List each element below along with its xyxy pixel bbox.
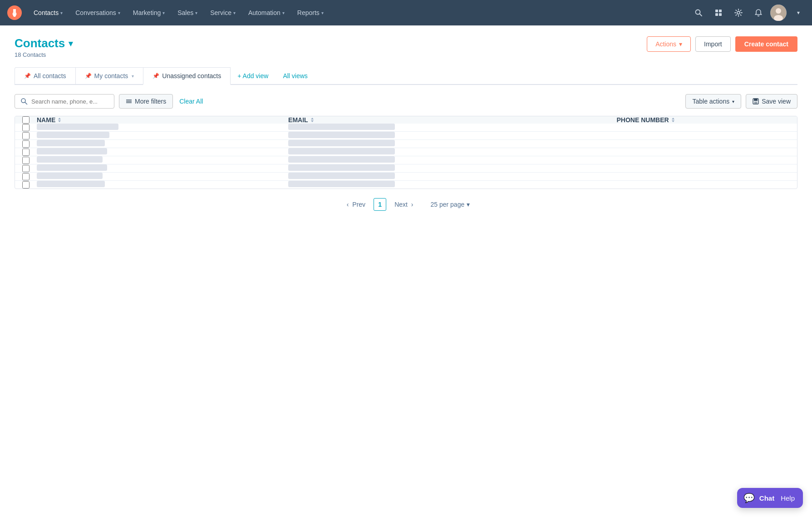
nav-service-chevron: ▾	[233, 10, 236, 15]
page-actions: Actions ▾ Import Create contact	[647, 36, 797, 52]
search-input[interactable]	[31, 98, 108, 105]
page-subtitle: 18 Contacts	[15, 51, 73, 58]
my-contacts-pin-icon: 📌	[85, 73, 92, 79]
table-row[interactable]	[15, 164, 797, 173]
svg-rect-5	[719, 10, 722, 12]
row-checkbox-cell[interactable]	[15, 164, 37, 173]
more-filters-button[interactable]: More filters	[119, 94, 173, 109]
svg-point-8	[737, 11, 740, 14]
prev-button[interactable]: ‹ Prev	[342, 199, 370, 210]
tab-my-contacts[interactable]: 📌 My contacts ▾	[75, 67, 144, 84]
title-dropdown-icon[interactable]: ▾	[69, 39, 73, 49]
table-actions-button[interactable]: Table actions ▾	[685, 94, 741, 109]
row-checkbox[interactable]	[22, 149, 30, 156]
top-navigation: Contacts ▾ Conversations ▾ Marketing ▾ S…	[0, 0, 812, 25]
per-page-selector[interactable]: 25 per page ▾	[430, 201, 470, 208]
row-checkbox-cell[interactable]	[15, 156, 37, 164]
logo[interactable]	[5, 4, 24, 22]
save-view-button[interactable]: Save view	[746, 94, 797, 109]
current-page[interactable]: 1	[374, 198, 386, 211]
table-row[interactable]	[15, 156, 797, 164]
email-skeleton	[288, 132, 395, 138]
row-checkbox-cell[interactable]	[15, 140, 37, 148]
nav-automation[interactable]: Automation ▾	[242, 0, 291, 25]
table-row[interactable]	[15, 132, 797, 140]
nav-marketing[interactable]: Marketing ▾	[127, 0, 171, 25]
next-button[interactable]: Next ›	[390, 199, 418, 210]
phone-sort-icon	[671, 117, 675, 123]
row-checkbox[interactable]	[22, 140, 30, 148]
nav-service[interactable]: Service ▾	[204, 0, 242, 25]
chat-widget[interactable]: 💬 Chat Help	[737, 488, 803, 508]
import-button[interactable]: Import	[695, 36, 731, 52]
email-skeleton	[288, 173, 395, 179]
search-magnifier-icon	[20, 98, 28, 105]
all-views-link[interactable]: All views	[276, 67, 315, 84]
actions-button[interactable]: Actions ▾	[647, 36, 691, 52]
name-sort-icon	[57, 117, 62, 123]
row-checkbox[interactable]	[22, 157, 30, 164]
clear-all-button[interactable]: Clear All	[177, 94, 205, 108]
th-select-all[interactable]	[15, 116, 37, 124]
filter-bar: More filters Clear All Table actions ▾ S…	[15, 94, 797, 109]
table-row[interactable]	[15, 148, 797, 156]
row-email	[288, 164, 616, 173]
row-checkbox-cell[interactable]	[15, 124, 37, 132]
settings-icon[interactable]	[730, 5, 747, 21]
tab-unassigned-contacts[interactable]: 📌 Unassigned contacts	[143, 67, 231, 85]
svg-rect-19	[754, 102, 758, 104]
row-name	[37, 164, 288, 173]
name-skeleton	[37, 140, 105, 146]
row-checkbox[interactable]	[22, 132, 30, 139]
email-skeleton	[288, 164, 395, 171]
select-all-checkbox[interactable]	[22, 116, 30, 124]
row-email	[288, 181, 616, 189]
email-skeleton	[288, 140, 395, 146]
table-row[interactable]	[15, 140, 797, 148]
row-checkbox[interactable]	[22, 165, 30, 172]
nav-sales[interactable]: Sales ▾	[171, 0, 204, 25]
marketplace-icon[interactable]	[710, 5, 727, 21]
table-row[interactable]	[15, 181, 797, 189]
row-name	[37, 156, 288, 164]
row-name	[37, 173, 288, 181]
row-email	[288, 124, 616, 132]
table-body	[15, 124, 797, 189]
row-phone	[617, 173, 797, 181]
page-content: Contacts ▾ 18 Contacts Actions ▾ Import …	[0, 25, 812, 517]
row-checkbox-cell[interactable]	[15, 148, 37, 156]
tab-all-contacts[interactable]: 📌 All contacts	[15, 67, 76, 84]
notifications-icon[interactable]	[750, 5, 767, 21]
name-skeleton	[37, 124, 118, 130]
account-dropdown-icon[interactable]: ▾	[790, 5, 807, 21]
th-name[interactable]: NAME	[37, 116, 288, 124]
nav-right-icons: ▾	[690, 5, 807, 21]
row-checkbox[interactable]	[22, 181, 30, 189]
nav-reports[interactable]: Reports ▾	[291, 0, 330, 25]
search-icon[interactable]	[690, 5, 707, 21]
nav-conversations[interactable]: Conversations ▾	[69, 0, 127, 25]
row-checkbox-cell[interactable]	[15, 132, 37, 140]
svg-line-13	[25, 102, 27, 104]
th-phone[interactable]: PHONE NUMBER	[617, 116, 797, 124]
nav-sales-chevron: ▾	[195, 10, 197, 15]
create-contact-button[interactable]: Create contact	[735, 36, 797, 52]
nav-contacts[interactable]: Contacts ▾	[27, 0, 69, 25]
row-checkbox[interactable]	[22, 124, 30, 131]
add-view-button[interactable]: + Add view	[230, 67, 276, 84]
avatar[interactable]	[770, 5, 787, 21]
actions-dropdown-icon: ▾	[679, 40, 682, 48]
table-row[interactable]	[15, 124, 797, 132]
row-checkbox-cell[interactable]	[15, 181, 37, 189]
row-checkbox-cell[interactable]	[15, 173, 37, 181]
row-phone	[617, 124, 797, 132]
search-box[interactable]	[15, 94, 114, 109]
row-checkbox[interactable]	[22, 173, 30, 180]
nav-conversations-chevron: ▾	[118, 10, 120, 15]
contacts-table-wrapper: NAME EMAIL	[15, 116, 797, 189]
table-row[interactable]	[15, 173, 797, 181]
th-email[interactable]: EMAIL	[288, 116, 616, 124]
name-skeleton	[37, 164, 107, 171]
nav-contacts-chevron: ▾	[60, 10, 63, 15]
svg-rect-18	[754, 99, 758, 101]
